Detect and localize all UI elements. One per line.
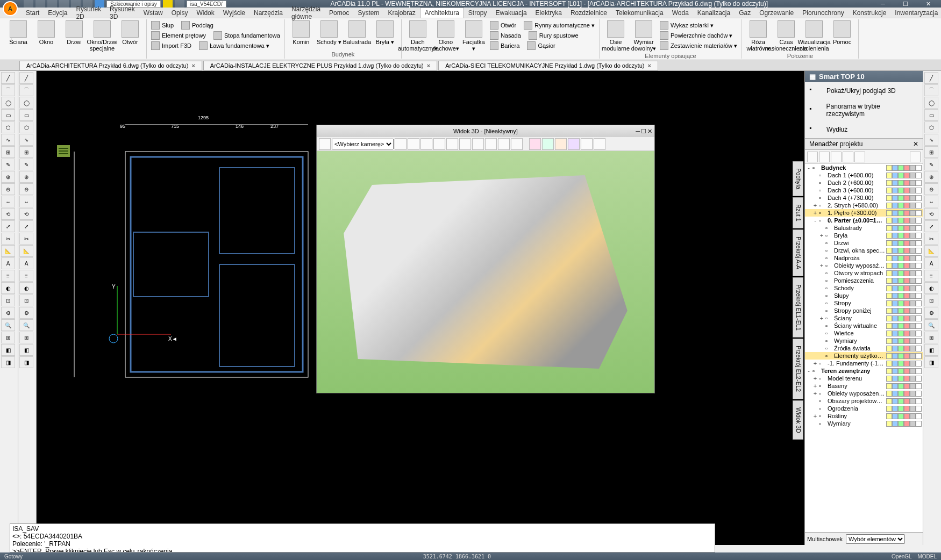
smart-top10-item[interactable]: ▪Pokaż/Ukryj podgląd 3D: [805, 82, 923, 99]
layer-toggle-icon[interactable]: [886, 383, 892, 389]
tool-button[interactable]: 🔍: [924, 319, 938, 331]
layer-toggle-icon[interactable]: [904, 413, 910, 419]
tool-button[interactable]: 🔍: [1, 319, 15, 331]
tool-button[interactable]: ⊕: [1, 171, 15, 183]
layer-toggle-icon[interactable]: [904, 203, 910, 209]
tree-item[interactable]: ▫Dach 1 (+600.00): [805, 171, 923, 179]
drawing-canvas[interactable]: X◄ Y 1295 95 715 146 237 Widok 3D - [Nie…: [37, 71, 804, 545]
layer-toggle-icon[interactable]: [910, 218, 916, 224]
project-tree[interactable]: -▫Budynek▫Dach 1 (+600.00)▫Dach 2 (+600.…: [805, 164, 923, 532]
layer-toggle-icon[interactable]: [898, 315, 904, 321]
smart-top10-header[interactable]: ▦ Smart TOP 10: [805, 71, 923, 82]
ribbon-tab[interactable]: Widok: [192, 8, 218, 18]
ribbon-tab[interactable]: Elektryka: [531, 8, 566, 18]
tree-item[interactable]: ▫Ogrodzenia: [805, 405, 923, 412]
layer-toggle-icon[interactable]: [910, 353, 916, 359]
layer-toggle-icon[interactable]: [916, 413, 922, 419]
tool-button[interactable]: 📐: [1, 245, 15, 257]
tree-item[interactable]: +▫Ściany: [805, 314, 923, 322]
tool-button[interactable]: ⟲: [924, 208, 938, 220]
ribbon-button[interactable]: Ława fundamentowa ▾: [198, 41, 270, 51]
layer-toggle-icon[interactable]: [892, 361, 898, 367]
layer-toggle-icon[interactable]: [898, 240, 904, 246]
status-model[interactable]: MODEL: [917, 554, 937, 559]
tree-item[interactable]: -▫Teren zewnętrzny: [805, 367, 923, 375]
tab-close-icon[interactable]: ×: [647, 62, 651, 69]
ribbon-button[interactable]: Czas nasłonecznienia: [773, 20, 799, 52]
tool-button[interactable]: ✂: [924, 233, 938, 245]
layer-toggle-icon[interactable]: [910, 331, 916, 336]
layer-toggle-icon[interactable]: [910, 195, 916, 201]
layer-toggle-icon[interactable]: [898, 203, 904, 209]
tree-item[interactable]: ▫Ściany wirtualne: [805, 322, 923, 329]
ribbon-button[interactable]: Wymiar dowolny▾: [631, 20, 657, 52]
view3d-close-icon[interactable]: ✕: [647, 128, 652, 135]
ribbon-tab[interactable]: Edycja: [44, 8, 72, 18]
tool-button[interactable]: ⚙: [1, 307, 15, 319]
tool-button[interactable]: ◨: [1, 356, 15, 368]
view3d-style-icon[interactable]: [568, 138, 580, 150]
layer-toggle-icon[interactable]: [904, 210, 910, 216]
camera-select[interactable]: <Wybierz kamerę>: [332, 139, 394, 149]
tool-button[interactable]: ∿: [924, 134, 938, 146]
proj-tool-icon[interactable]: [854, 152, 865, 162]
tool-button[interactable]: ◐: [924, 282, 938, 294]
layer-toggle-icon[interactable]: [916, 346, 922, 351]
layer-toggle-icon[interactable]: [892, 195, 898, 201]
layer-toggle-icon[interactable]: [886, 315, 892, 321]
layer-toggle-icon[interactable]: [904, 353, 910, 359]
layer-toggle-icon[interactable]: [892, 300, 898, 306]
layer-toggle-icon[interactable]: [910, 300, 916, 306]
layer-toggle-icon[interactable]: [898, 308, 904, 314]
ribbon-tab[interactable]: Rozdzielnice: [566, 8, 611, 18]
tree-expand-icon[interactable]: -: [812, 217, 818, 224]
layer-toggle-icon[interactable]: [910, 240, 916, 246]
ribbon-tab[interactable]: Start: [22, 8, 44, 18]
layer-toggle-icon[interactable]: [886, 300, 892, 306]
layer-toggle-icon[interactable]: [892, 165, 898, 171]
layer-toggle-icon[interactable]: [916, 285, 922, 291]
ribbon-button[interactable]: Rynny automatyczne ▾: [523, 20, 596, 30]
layer-toggle-icon[interactable]: [886, 248, 892, 254]
ribbon-button[interactable]: Balustrada: [344, 20, 370, 45]
layer-toggle-icon[interactable]: [898, 376, 904, 382]
ribbon-tab[interactable]: Telekomunikacja: [611, 8, 668, 18]
view3d-orbit-icon[interactable]: [420, 138, 432, 150]
layer-toggle-icon[interactable]: [904, 218, 910, 224]
tree-item[interactable]: ▫Schody: [805, 284, 923, 292]
layer-toggle-icon[interactable]: [886, 353, 892, 359]
view3d-fly-icon[interactable]: [472, 138, 484, 150]
layer-toggle-icon[interactable]: [910, 180, 916, 186]
layer-toggle-icon[interactable]: [910, 376, 916, 382]
ribbon-button[interactable]: Bariera: [489, 41, 521, 51]
layer-toggle-icon[interactable]: [904, 293, 910, 299]
qat-new-icon[interactable]: [24, 0, 33, 8]
layer-toggle-icon[interactable]: [886, 195, 892, 201]
tree-item[interactable]: +▫-1. Fundamenty (-150.00): [805, 360, 923, 367]
tool-button[interactable]: ✎: [924, 159, 938, 170]
ribbon-tab[interactable]: Krajobraz: [383, 8, 419, 18]
tool-button[interactable]: ⊡: [1, 295, 15, 306]
tool-button[interactable]: ⊞: [924, 146, 938, 158]
layer-toggle-icon[interactable]: [892, 255, 898, 261]
tool-button[interactable]: ✂: [19, 233, 33, 245]
layer-toggle-icon[interactable]: [886, 255, 892, 261]
layer-toggle-icon[interactable]: [892, 173, 898, 178]
status-opengl[interactable]: OpenGL: [892, 554, 911, 559]
proj-tool-icon[interactable]: [807, 152, 818, 162]
proj-filter-icon[interactable]: [910, 152, 921, 162]
tree-expand-icon[interactable]: +: [812, 360, 818, 367]
layer-toggle-icon[interactable]: [910, 398, 916, 404]
tree-item[interactable]: ▫Źródła światła: [805, 344, 923, 352]
tool-button[interactable]: ⚙: [19, 307, 33, 319]
tree-expand-icon[interactable]: +: [819, 232, 824, 239]
tree-item[interactable]: ▫Wymiary: [805, 337, 923, 344]
layer-toggle-icon[interactable]: [898, 218, 904, 224]
ribbon-button[interactable]: Podciąg: [180, 20, 215, 30]
tree-item[interactable]: ▫Elementy użytkownika: [805, 352, 923, 360]
layer-toggle-icon[interactable]: [898, 406, 904, 412]
layer-toggle-icon[interactable]: [916, 278, 922, 284]
side-view-tab[interactable]: Przekrój A-A: [793, 229, 803, 276]
tree-item[interactable]: +▫Rośliny: [805, 412, 923, 420]
tool-button[interactable]: ╱: [19, 72, 33, 84]
